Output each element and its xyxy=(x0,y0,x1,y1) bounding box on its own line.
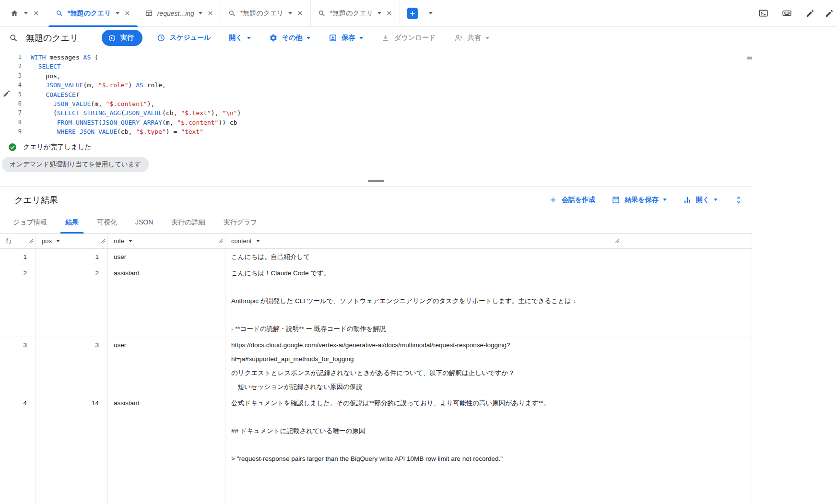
open-results-button[interactable]: 開く xyxy=(683,196,718,204)
chevron-down-icon[interactable] xyxy=(377,12,381,14)
query-icon xyxy=(9,33,18,43)
row-index-cell: 1 xyxy=(0,249,36,265)
code-line: 1WITH messages AS ( xyxy=(0,53,752,62)
tab-overflow-chevron-icon[interactable] xyxy=(429,12,433,14)
query-icon xyxy=(55,9,63,17)
edit-panel-pencil-icon[interactable] xyxy=(825,9,834,18)
new-tab-button[interactable] xyxy=(407,8,418,19)
close-icon[interactable] xyxy=(33,10,40,17)
column-resize-handle[interactable] xyxy=(101,238,106,243)
save-button[interactable]: 保存 xyxy=(329,34,363,42)
chevron-down-icon[interactable] xyxy=(116,12,119,14)
more-button[interactable]: その他 xyxy=(269,34,311,42)
create-conversation-button[interactable]: 会話を作成 xyxy=(549,196,595,204)
tab-untitled-query-3[interactable]: *無題のクエリ xyxy=(311,0,401,26)
download-button[interactable]: ダウンロード xyxy=(381,34,436,42)
tab-execution-details[interactable]: 実行の詳細 xyxy=(162,212,214,233)
table-row[interactable]: 22assistantこんにちは！Claude Code です。Anthropi… xyxy=(0,265,752,337)
save-results-button[interactable]: 結果を保存 xyxy=(612,196,666,204)
column-header-role[interactable]: role xyxy=(108,234,225,248)
open-button[interactable]: 開く xyxy=(229,34,250,42)
role-cell: assistant xyxy=(108,265,225,337)
code-line: 4 JSON_VALUE(m, "$.role") AS role, xyxy=(0,81,752,90)
role-cell: assistant xyxy=(108,395,225,504)
column-menu-chevron-icon[interactable] xyxy=(256,240,260,242)
pos-cell: 2 xyxy=(36,265,108,337)
create-conversation-label: 会話を作成 xyxy=(562,196,595,204)
tab-request-logging[interactable]: request...ing xyxy=(138,0,221,26)
tab-results[interactable]: 結果 xyxy=(56,212,88,233)
share-button[interactable]: 共有 xyxy=(454,33,489,43)
chevron-down-icon xyxy=(714,199,718,201)
empty-cell xyxy=(622,265,752,337)
cloud-shell-icon[interactable] xyxy=(758,8,768,18)
code-line: 9 WHERE JSON_VALUE(cb, "$.type") = "text… xyxy=(0,127,752,136)
panel-resize-handle[interactable] xyxy=(368,180,384,182)
content-line: https://docs.cloud.google.com/vertex-ai/… xyxy=(231,338,616,366)
column-menu-chevron-icon[interactable] xyxy=(56,240,60,242)
tab-bar: *無題のクエリ request...ing *無題のクエリ xyxy=(0,0,837,27)
tab-json[interactable]: JSON xyxy=(126,212,162,233)
column-resize-handle[interactable] xyxy=(29,238,34,243)
column-label: pos xyxy=(42,237,52,245)
save-icon xyxy=(329,34,337,42)
chevron-down-icon xyxy=(247,37,251,39)
content-line: 公式ドキュメントを確認しました。その仮説は**部分的に誤っており、より可能性の高… xyxy=(231,396,616,410)
editor-scrollbar-thumb[interactable] xyxy=(747,57,752,59)
chevron-down-icon[interactable] xyxy=(199,12,202,14)
content-cell: こんにちは。自己紹介して xyxy=(225,249,622,265)
empty-cell xyxy=(622,337,752,395)
close-icon[interactable] xyxy=(124,10,131,17)
table-row[interactable]: 33userhttps://docs.cloud.google.com/vert… xyxy=(0,337,752,395)
table-row[interactable]: 414assistant公式ドキュメントを確認しました。その仮説は**部分的に誤… xyxy=(0,395,752,504)
schedule-button[interactable]: スケジュール xyxy=(157,34,211,42)
gear-icon xyxy=(269,34,278,42)
tab-untitled-query-2[interactable]: *無題のクエリ xyxy=(221,0,311,26)
results-table-body: 11userこんにちは。自己紹介して22assistantこんにちは！Claud… xyxy=(0,249,752,504)
keyboard-shortcuts-icon[interactable] xyxy=(782,8,792,18)
panel-divider xyxy=(0,176,752,187)
sql-editor[interactable]: 1WITH messages AS (2 SELECT3 pos,4 JSON_… xyxy=(0,49,752,140)
tab-execution-graph[interactable]: 実行グラフ xyxy=(214,212,267,233)
code-line: 5 COALESCE( xyxy=(0,90,752,99)
editor-margin-pencil-icon[interactable] xyxy=(2,89,11,100)
table-icon xyxy=(145,9,153,17)
query-icon xyxy=(318,9,326,17)
content-line: こんにちは。自己紹介して xyxy=(231,250,616,264)
column-header-pos[interactable]: pos xyxy=(36,234,108,248)
tab-visualization[interactable]: 可視化 xyxy=(88,212,126,233)
column-resize-handle[interactable] xyxy=(218,238,223,243)
pos-cell: 1 xyxy=(36,249,108,265)
code-line: 8 FROM UNNEST(JSON_QUERY_ARRAY(m, "$.con… xyxy=(0,118,752,127)
status-message: クエリが完了しました xyxy=(23,143,92,152)
close-icon[interactable] xyxy=(386,10,393,17)
download-icon xyxy=(381,34,390,42)
chevron-down-icon[interactable] xyxy=(288,12,292,14)
content-line: - **コードの読解・説明** ー 既存コードの動作を解説 xyxy=(231,322,616,336)
save-icon xyxy=(612,196,620,204)
table-row[interactable]: 11userこんにちは。自己紹介して xyxy=(0,249,752,265)
close-icon[interactable] xyxy=(207,10,214,17)
sql-generation-pencil-icon[interactable] xyxy=(805,9,815,18)
close-icon[interactable] xyxy=(296,10,304,17)
column-menu-chevron-icon[interactable] xyxy=(129,240,132,242)
column-header-content[interactable]: content xyxy=(225,234,622,248)
save-results-label: 結果を保存 xyxy=(625,196,658,204)
code-text: JSON_VALUE(m, "$.content"), xyxy=(31,99,154,108)
chevron-down-icon xyxy=(307,37,310,39)
chevron-down-icon[interactable] xyxy=(24,12,28,14)
code-line: 7 (SELECT STRING_AGG(JSON_VALUE(cb, "$.t… xyxy=(0,108,752,117)
query-status-line: クエリが完了しました xyxy=(0,140,752,154)
pos-cell: 3 xyxy=(36,337,108,395)
column-resize-handle[interactable] xyxy=(615,238,620,243)
home-tab[interactable] xyxy=(0,0,48,26)
column-header-row[interactable]: 行 xyxy=(0,234,36,248)
tab-job-info[interactable]: ジョブ情報 xyxy=(4,212,56,233)
content-cell: 公式ドキュメントを確認しました。その仮説は**部分的に誤っており、より可能性の高… xyxy=(225,395,622,504)
check-circle-icon xyxy=(8,142,17,152)
run-button[interactable]: 実行 xyxy=(102,30,142,46)
tab-untitled-query-1[interactable]: *無題のクエリ xyxy=(48,0,138,26)
run-label: 実行 xyxy=(120,34,134,42)
code-text: SELECT xyxy=(31,62,61,71)
expand-results-button[interactable] xyxy=(734,195,743,205)
